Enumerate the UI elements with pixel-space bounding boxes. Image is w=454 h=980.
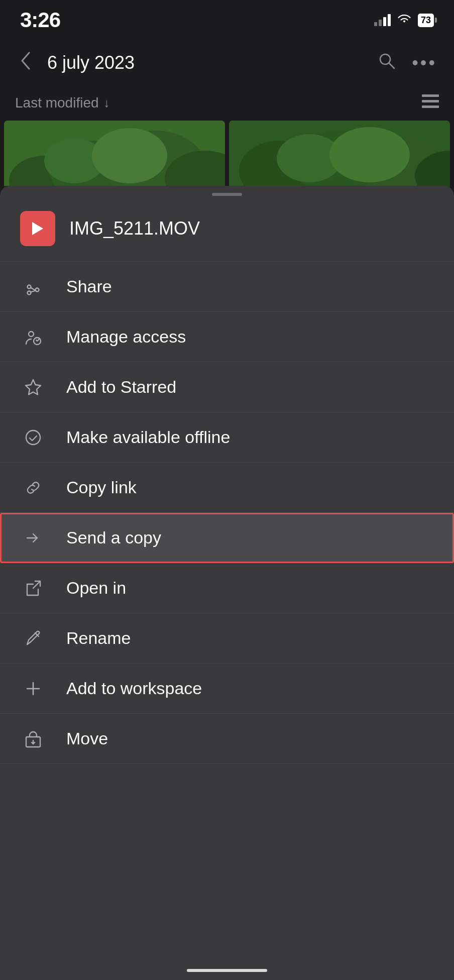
menu-item-send-copy[interactable]: Send a copy xyxy=(0,513,454,563)
add-workspace-label: Add to workspace xyxy=(66,679,202,698)
menu-item-offline[interactable]: Make available offline xyxy=(0,412,454,463)
wifi-icon xyxy=(397,13,412,28)
manage-access-label: Manage access xyxy=(66,327,186,347)
back-button[interactable] xyxy=(15,46,37,80)
svg-point-0 xyxy=(380,54,390,64)
offline-icon xyxy=(20,424,46,451)
menu-item-manage-access[interactable]: Manage access xyxy=(0,312,454,362)
offline-label: Make available offline xyxy=(66,427,230,447)
svg-line-24 xyxy=(31,287,36,290)
menu-item-copy-link[interactable]: Copy link xyxy=(0,463,454,513)
bottom-sheet: IMG_5211.MOV Share Manage acces xyxy=(0,186,454,980)
file-icon xyxy=(20,211,55,246)
manage-access-icon xyxy=(20,324,46,350)
menu-item-share[interactable]: Share xyxy=(0,262,454,312)
star-icon xyxy=(20,374,46,400)
svg-point-26 xyxy=(29,332,34,337)
menu-item-move[interactable]: Move xyxy=(0,714,454,764)
status-bar: 3:26 73 xyxy=(0,0,454,40)
menu-item-starred[interactable]: Add to Starred xyxy=(0,362,454,412)
svg-line-30 xyxy=(33,581,40,588)
file-name: IMG_5211.MOV xyxy=(69,218,200,239)
svg-rect-2 xyxy=(422,94,439,97)
open-in-label: Open in xyxy=(66,578,126,598)
share-label: Share xyxy=(66,277,112,296)
nav-title: 6 july 2023 xyxy=(47,52,364,73)
list-view-icon[interactable] xyxy=(422,94,439,112)
svg-line-1 xyxy=(389,63,394,68)
svg-marker-28 xyxy=(26,380,41,395)
link-icon xyxy=(20,475,46,501)
menu-item-add-workspace[interactable]: Add to workspace xyxy=(0,664,454,714)
svg-point-29 xyxy=(26,430,40,445)
svg-point-19 xyxy=(329,127,410,182)
starred-label: Add to Starred xyxy=(66,377,176,397)
search-button[interactable] xyxy=(374,48,400,78)
sort-label[interactable]: Last modified ↓ xyxy=(15,95,110,111)
sort-arrow-icon: ↓ xyxy=(104,96,110,110)
svg-rect-3 xyxy=(422,100,439,102)
status-time: 3:26 xyxy=(20,8,60,32)
copy-link-label: Copy link xyxy=(66,478,137,497)
sort-bar: Last modified ↓ xyxy=(0,85,454,121)
svg-rect-4 xyxy=(422,105,439,108)
move-label: Move xyxy=(66,729,108,748)
status-icons: 73 xyxy=(374,13,434,28)
rename-icon xyxy=(20,625,46,651)
signal-icon xyxy=(374,14,391,26)
open-in-icon xyxy=(20,575,46,601)
menu-item-open-in[interactable]: Open in xyxy=(0,563,454,613)
battery-icon: 73 xyxy=(418,14,434,27)
svg-line-25 xyxy=(31,290,36,292)
send-copy-icon xyxy=(20,525,46,551)
file-header: IMG_5211.MOV xyxy=(0,196,454,262)
more-button[interactable]: ••• xyxy=(410,48,439,77)
add-workspace-icon xyxy=(20,676,46,702)
home-indicator xyxy=(187,969,267,972)
nav-header: 6 july 2023 ••• xyxy=(0,40,454,85)
rename-label: Rename xyxy=(66,628,131,648)
send-copy-label: Send a copy xyxy=(66,528,161,548)
svg-point-11 xyxy=(92,128,167,183)
menu-item-rename[interactable]: Rename xyxy=(0,613,454,664)
move-icon xyxy=(20,726,46,752)
share-icon xyxy=(20,274,46,300)
play-icon xyxy=(32,222,43,235)
